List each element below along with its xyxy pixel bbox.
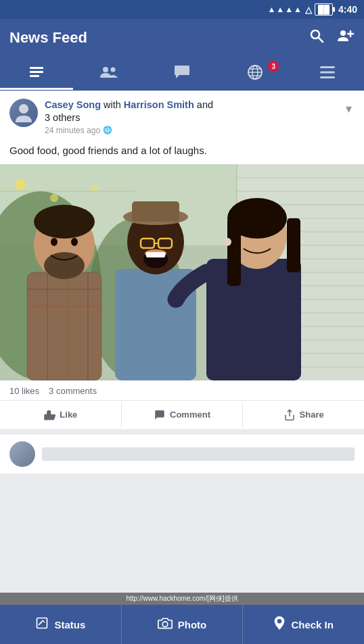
svg-point-68	[245, 230, 252, 237]
post-meta: Casey Song with Harrison Smith and 3 oth…	[45, 99, 336, 135]
tab-messages[interactable]	[145, 57, 219, 90]
page-title: News Feed	[9, 29, 309, 47]
tab-friends[interactable]	[73, 57, 146, 90]
post-tagged-user[interactable]: Harrison Smith	[124, 99, 194, 110]
svg-rect-75	[37, 618, 47, 628]
share-label: Share	[300, 410, 324, 420]
news-feed-content: Casey Song with Harrison Smith and 3 oth…	[0, 91, 364, 605]
post-body-text: Good food, good friends and a lot of lau…	[0, 141, 364, 164]
globe-small-icon: 🌐	[103, 126, 112, 134]
svg-point-50	[51, 238, 58, 246]
status-bar: ▲▲▲▲ △ ██ 4:40	[0, 0, 364, 19]
svg-rect-7	[30, 75, 39, 77]
svg-rect-5	[30, 67, 43, 69]
notification-badge: 3	[268, 61, 279, 72]
watermark: http://www.hackhome.com/[网侠]提供	[0, 593, 364, 605]
svg-rect-15	[320, 66, 335, 68]
time-display: 4:40	[338, 4, 357, 15]
svg-rect-6	[30, 71, 43, 73]
post-actions: Like Comment Share	[0, 401, 364, 429]
share-button[interactable]: Share	[243, 402, 364, 428]
svg-point-51	[71, 238, 78, 246]
post-card: Casey Song with Harrison Smith and 3 oth…	[0, 91, 364, 429]
svg-point-48	[34, 205, 95, 239]
post-author-name[interactable]: Casey Song	[45, 99, 101, 110]
wifi-icon: △	[305, 5, 312, 15]
checkin-label: Check In	[291, 619, 334, 630]
signal-icon: ▲▲▲▲	[267, 5, 302, 14]
svg-rect-16	[320, 72, 335, 74]
post-author-line: Casey Song with Harrison Smith and 3 oth…	[45, 99, 336, 124]
friend-requests-icon[interactable]	[337, 28, 355, 48]
svg-line-1	[319, 38, 323, 43]
comment-button[interactable]: Comment	[122, 402, 244, 428]
comments-count[interactable]: 3 comments	[49, 386, 97, 396]
top-nav-bar: News Feed	[0, 19, 364, 57]
svg-rect-66	[287, 218, 300, 272]
svg-rect-61	[146, 252, 165, 257]
camera-icon	[158, 616, 173, 633]
svg-rect-65	[227, 218, 241, 286]
comment-label: Comment	[170, 410, 210, 420]
post-others-text: 3 others	[45, 112, 80, 123]
likes-count[interactable]: 10 likes	[9, 386, 39, 396]
post-time-text: 24 minutes ago	[45, 126, 100, 135]
post-header: Casey Song with Harrison Smith and 3 oth…	[0, 91, 364, 141]
svg-point-9	[111, 68, 116, 72]
status-icons: ▲▲▲▲ △ ██	[267, 3, 333, 16]
svg-point-77	[162, 621, 168, 626]
post-image	[0, 164, 364, 380]
search-icon[interactable]	[309, 28, 325, 48]
svg-point-78	[277, 619, 281, 623]
post-and-text: and	[197, 99, 213, 110]
post-stats: 10 likes 3 comments	[0, 380, 364, 401]
battery-icon: ██	[315, 3, 333, 16]
location-pin-icon	[273, 616, 286, 634]
status-icon	[35, 616, 49, 633]
svg-point-67	[223, 238, 231, 246]
post-with-text: with	[104, 99, 121, 110]
photo-label: Photo	[178, 619, 207, 630]
preview-placeholder	[42, 447, 355, 461]
nav-icons	[309, 28, 355, 48]
tab-globe[interactable]: 3	[219, 57, 292, 90]
photo-button[interactable]: Photo	[122, 605, 244, 644]
svg-rect-62	[206, 259, 301, 380]
checkin-button[interactable]: Check In	[243, 605, 364, 644]
tab-menu[interactable]	[291, 57, 364, 90]
bottom-bar: Status Photo Check In	[0, 605, 364, 644]
svg-point-72	[91, 184, 98, 191]
like-button[interactable]: Like	[0, 402, 122, 428]
status-button[interactable]: Status	[0, 605, 122, 644]
post-time: 24 minutes ago 🌐	[45, 126, 336, 135]
svg-point-2	[340, 30, 346, 36]
svg-point-71	[50, 194, 58, 202]
svg-point-18	[19, 104, 28, 114]
preview-avatar	[9, 441, 35, 467]
svg-point-8	[103, 67, 108, 72]
svg-point-70	[15, 179, 26, 190]
tab-bar: 3	[0, 57, 364, 91]
status-label: Status	[54, 619, 85, 630]
svg-rect-55	[132, 201, 179, 222]
post-dropdown-icon[interactable]: ▾	[343, 99, 355, 119]
avatar-image	[9, 99, 38, 127]
second-post-preview	[0, 435, 364, 474]
like-label: Like	[60, 410, 77, 420]
avatar[interactable]	[9, 99, 38, 127]
svg-rect-17	[320, 76, 335, 78]
svg-point-49	[44, 252, 85, 279]
tab-home[interactable]	[0, 57, 73, 90]
svg-point-69	[263, 230, 269, 237]
